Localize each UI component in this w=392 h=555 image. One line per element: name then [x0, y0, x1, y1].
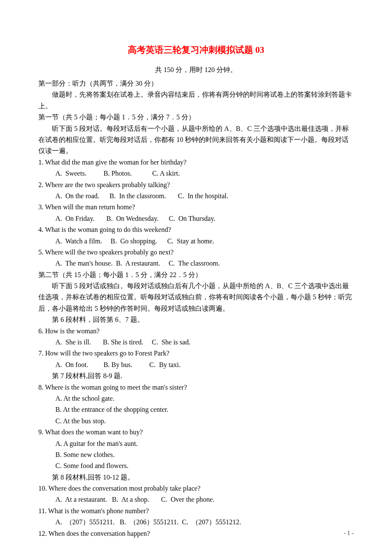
question-3-options: A. On Friday. B. On Wednesday. C. On Thu… [38, 213, 354, 224]
section1-heading: 第一节（共 5 小题；每小题 1．5 分，满分 7．5 分） [38, 112, 354, 123]
question-8-option-b: B. At the entrance of the shopping cente… [38, 404, 354, 415]
part1-instruction: 做题时，先将答案划在试卷上。录音内容结束后，你将有两分钟的时间将试卷上的答案转涂… [38, 89, 354, 112]
question-2-options: A. On the road. B. In the classroom. C. … [38, 191, 354, 202]
section2-heading: 第二节（共 15 小题；每小题 1．5 分，满分 22．5 分） [38, 269, 354, 280]
question-7: 7. How will the two speakers go to Fores… [38, 348, 354, 359]
question-5: 5. Where will the two speakers probably … [38, 247, 354, 258]
question-6-options: A. She is ill. B. She is tired. C. She i… [38, 337, 354, 348]
question-8: 8. Where is the woman going to meet the … [38, 382, 354, 393]
question-4-options: A. Watch a film. B. Go shopping. C. Stay… [38, 236, 354, 247]
question-12: 12. When does the conversation happen? [38, 528, 354, 539]
question-8-option-c: C. At the bus stop. [38, 416, 354, 427]
question-3: 3. When will the man return home? [38, 202, 354, 213]
question-10: 10. Where does the conversation most pro… [38, 483, 354, 494]
question-9-option-b: B. Some new clothes. [38, 449, 354, 460]
question-4: 4. What is the woman going to do this we… [38, 224, 354, 235]
question-9-option-a: A. A guitar for the man's aunt. [38, 438, 354, 449]
question-7-options: A. On foot. B. By bus. C. By taxi. [38, 359, 354, 370]
question-8-option-a: A. At the school gate. [38, 393, 354, 404]
section2-instruction: 听下面 5 段对话或独白。每段对话或独白后有几个小题，从题中所给的 A、B、C … [38, 280, 354, 314]
question-9-option-c: C. Some food and flowers. [38, 460, 354, 471]
section1-instruction: 听下面 5 段对话。每段对话后有一个小题，从题中所给的 A、B、C 三个选项中选… [38, 123, 354, 157]
question-11-options: A. （207）5551211. B. （206）5551211. C. （20… [38, 517, 354, 528]
part1-heading: 第一部分：听力（共两节，满分 30 分） [38, 78, 354, 89]
document-subtitle: 共 150 分，用时 120 分钟。 [38, 64, 354, 75]
document-title: 高考英语三轮复习冲刺模拟试题 03 [38, 43, 354, 58]
question-11: 11. What is the woman's phone number? [38, 506, 354, 517]
material-8-note: 第 8 段材料,回答 10-12 题。 [38, 472, 354, 483]
question-9: 9. What does the woman want to buy? [38, 427, 354, 438]
question-1: 1. What did the man give the woman for h… [38, 157, 354, 168]
material-7-note: 第 7 段材料,回答 8-9 题. [38, 370, 354, 382]
question-1-options: A. Sweets. B. Photos. C. A skirt. [38, 168, 354, 179]
question-2: 2. Where are the two speakers probably t… [38, 179, 354, 191]
material-6-note: 第 6 段材料，回答第 6、7 题。 [38, 314, 354, 325]
page-number: - 1 - [344, 528, 354, 538]
question-10-options: A. At a restaurant. B. At a shop. C. Ove… [38, 494, 354, 505]
question-6: 6. How is the woman? [38, 326, 354, 337]
question-5-options: A. The man's house. B. A restaurant. C. … [38, 258, 354, 269]
